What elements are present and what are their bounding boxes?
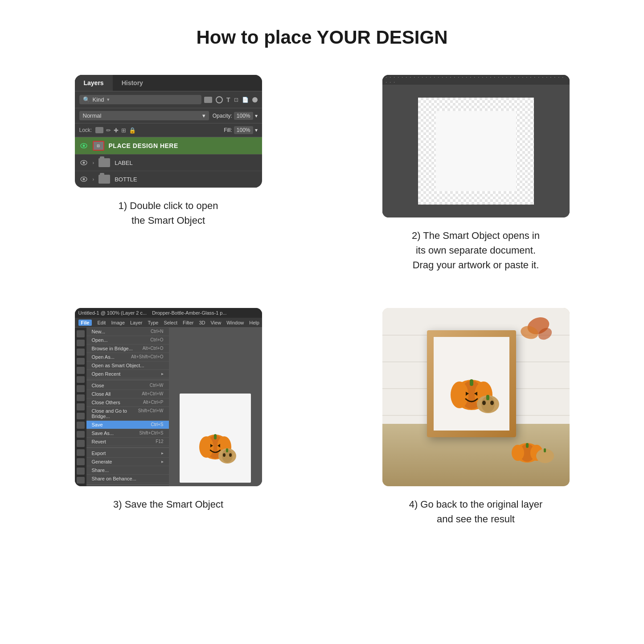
menu-item-share[interactable]: Share...	[86, 466, 169, 475]
menu-item-revert[interactable]: RevertF12	[86, 438, 169, 446]
tool-hand[interactable]	[77, 477, 85, 484]
menu-item-close-all[interactable]: Close AllAlt+Ctrl+W	[86, 390, 169, 398]
svg-point-16	[223, 453, 226, 457]
layer-eye-icon[interactable]	[79, 142, 88, 149]
ps-menu-view[interactable]: View	[210, 320, 221, 325]
tool-brush[interactable]	[77, 385, 85, 392]
ps-menu-window[interactable]: Window	[226, 320, 244, 325]
layer-eye-icon[interactable]	[79, 159, 88, 166]
menu-item-open[interactable]: Open...Ctrl+O	[86, 336, 169, 345]
tool-move[interactable]	[77, 330, 85, 337]
floor-pumpkins	[512, 428, 556, 464]
ps-menu-help[interactable]: Help	[249, 320, 259, 325]
svg-point-8	[199, 436, 213, 458]
steps-grid: Layers History 🔍 Kind ▾ T ⊡ 📄	[37, 75, 607, 526]
menu-item-behance[interactable]: Share on Behance...	[86, 475, 169, 483]
ps-menubar: File Edit Image Layer Type Select Filter…	[75, 318, 262, 328]
layer-arrow-bottle-icon: ›	[93, 176, 94, 182]
picture-frame	[427, 330, 516, 437]
tool-crop[interactable]	[77, 358, 85, 365]
tool-lasso[interactable]	[77, 349, 85, 356]
ps-menu-select[interactable]: Select	[164, 320, 177, 325]
menu-item-save-as[interactable]: Save As...Shift+Ctrl+S	[86, 429, 169, 438]
ps-menu-document: Untitled-1 @ 100% (Layer 2 c... Dropper-…	[75, 308, 262, 486]
tool-select[interactable]	[77, 340, 85, 347]
layer-arrow-label-icon: ›	[93, 160, 94, 165]
ps-menu-layer[interactable]: Layer	[130, 320, 143, 325]
ps-file-dropdown: New...Ctrl+N Open...Ctrl+O Browse in Bri…	[86, 328, 169, 486]
ps-menu-type[interactable]: Type	[148, 320, 159, 325]
layer-row-bottle[interactable]: › BOTTLE	[75, 171, 262, 188]
layer-design-name: PLACE DESIGN HERE	[109, 142, 258, 149]
layer-eye-icon[interactable]	[79, 176, 88, 183]
framed-pumpkin-art	[438, 344, 505, 424]
svg-rect-37	[526, 443, 529, 448]
menu-item-recent[interactable]: Open Recent▸	[86, 370, 169, 378]
search-text-icon: T	[226, 96, 230, 103]
page-title: How to place YOUR DESIGN	[197, 27, 448, 48]
ps-menu-image[interactable]: Image	[111, 320, 125, 325]
svg-point-35	[512, 445, 524, 461]
menu-item-save[interactable]: SaveCtrl+S	[86, 421, 169, 429]
menu-item-close-bridge[interactable]: Close and Go to Bridge...Shift+Ctrl+W	[86, 407, 169, 421]
menu-item-close-others[interactable]: Close OthersAlt+Ctrl+P	[86, 398, 169, 407]
frame-inner	[434, 337, 509, 431]
layer-row-design[interactable]: ⊡ PLACE DESIGN HERE	[75, 137, 262, 155]
fill-arrow-icon: ▾	[255, 127, 258, 133]
menu-item-browse[interactable]: Browse in Bridge...Alt+Ctrl+O	[86, 345, 169, 353]
ps-tab-items: Untitled-1 @ 100% (Layer 2 c... Dropper-…	[78, 310, 227, 316]
ps-menu-file[interactable]: File	[78, 320, 92, 326]
layers-search-inner[interactable]: 🔍 Kind ▾	[79, 95, 201, 104]
fill-area: Fill: 100% ▾	[224, 126, 257, 134]
tool-clone[interactable]	[77, 394, 85, 402]
tool-pen[interactable]	[77, 449, 85, 456]
tool-shape[interactable]	[77, 468, 85, 475]
autumn-leaves	[516, 317, 552, 344]
ps-menu-filter[interactable]: Filter	[183, 320, 193, 325]
menu-item-new[interactable]: New...Ctrl+N	[86, 328, 169, 336]
step-2-cell: · · · · · · · · · · · · · · · · · · · · …	[345, 75, 607, 272]
divider-1	[86, 380, 169, 380]
layer-row-label[interactable]: › LABEL	[75, 155, 262, 171]
menu-item-generate[interactable]: Generate▸	[86, 458, 169, 466]
tab-history[interactable]: History	[113, 75, 152, 91]
step-1-cell: Layers History 🔍 Kind ▾ T ⊡ 📄	[37, 75, 300, 272]
tool-eraser[interactable]	[77, 413, 85, 420]
opacity-value[interactable]: 100%	[234, 112, 253, 120]
tool-history-brush[interactable]	[77, 403, 85, 410]
step-3-cell: Untitled-1 @ 100% (Layer 2 c... Dropper-…	[37, 308, 300, 526]
menu-item-export[interactable]: Export▸	[86, 449, 169, 458]
svg-point-1	[82, 145, 85, 147]
search-pixel-icon	[204, 97, 212, 103]
tab-layers[interactable]: Layers	[75, 75, 113, 91]
layer-bottle-name: BOTTLE	[115, 176, 257, 183]
ps-canvas-preview	[169, 328, 262, 486]
blend-mode-dropdown[interactable]: Normal ▾	[79, 111, 209, 120]
tool-blur[interactable]	[77, 431, 85, 438]
menu-item-smart[interactable]: Open as Smart Object...	[86, 361, 169, 370]
tool-dodge[interactable]	[77, 440, 85, 447]
fill-value[interactable]: 100%	[234, 126, 253, 134]
lock-checkerboard-icon[interactable]	[95, 127, 103, 133]
ps-topbar: · · · · · · · · · · · · · · · · · · · · …	[382, 75, 570, 85]
opacity-area: Opacity: 100% ▾	[213, 112, 258, 120]
tool-gradient[interactable]	[77, 422, 85, 429]
lock-move-icon[interactable]: ✚	[114, 127, 119, 134]
lock-padlock-icon[interactable]: 🔒	[129, 127, 136, 134]
ps-menu-edit[interactable]: Edit	[97, 320, 106, 325]
tool-eyedropper[interactable]	[77, 367, 85, 374]
lock-brush-icon[interactable]: ✏	[106, 127, 111, 134]
tool-text[interactable]	[77, 458, 85, 465]
menu-item-close[interactable]: CloseCtrl+W	[86, 381, 169, 390]
svg-point-17	[229, 453, 232, 457]
svg-rect-25	[470, 379, 473, 386]
folder-label-thumb	[98, 158, 110, 167]
ps-menu-3d[interactable]: 3D	[199, 320, 205, 325]
svg-point-5	[82, 178, 85, 180]
search-type-icons: T ⊡ 📄	[204, 96, 258, 103]
blend-mode-label: Normal	[83, 112, 102, 119]
lock-artboard-icon[interactable]: ⊞	[121, 127, 126, 134]
divider-2	[86, 447, 169, 448]
menu-item-open-as[interactable]: Open As...Alt+Shift+Ctrl+O	[86, 353, 169, 361]
tool-heal[interactable]	[77, 376, 85, 383]
